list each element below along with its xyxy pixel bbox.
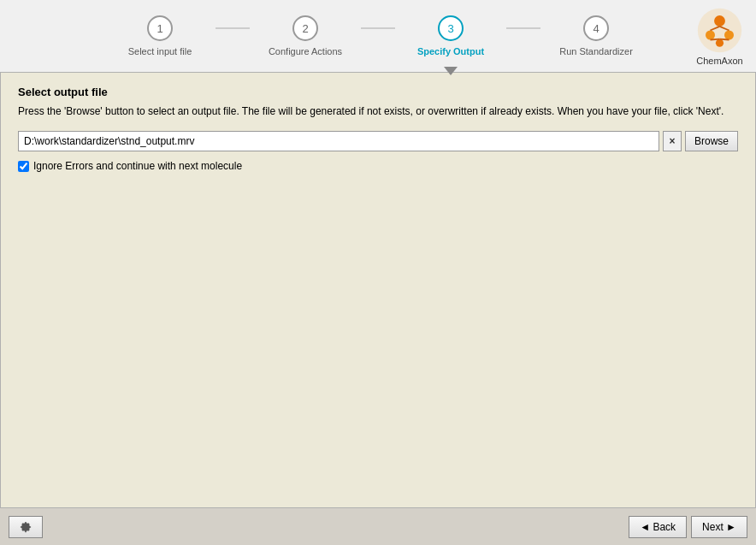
footer-left — [9, 516, 43, 538]
file-input-row: × Browse — [18, 131, 738, 151]
back-button[interactable]: ◄ Back — [629, 516, 687, 538]
ignore-errors-checkbox[interactable] — [18, 161, 29, 172]
step-3-circle: 3 — [438, 15, 464, 41]
ignore-errors-label[interactable]: Ignore Errors and continue with next mol… — [33, 160, 242, 172]
gear-icon — [20, 521, 32, 533]
svg-line-7 — [711, 39, 720, 40]
wizard-steps: 1 Select input file 2 Configure Actions … — [104, 15, 652, 56]
wizard-step-2[interactable]: 2 Configure Actions — [250, 15, 361, 56]
wizard-step-4[interactable]: 4 Run Standardizer — [540, 15, 652, 56]
checkbox-row: Ignore Errors and continue with next mol… — [18, 160, 738, 172]
footer-right: ◄ Back Next ► — [629, 516, 747, 538]
logo-area: ChemAxon — [696, 7, 743, 66]
chemaxon-logo-icon — [696, 7, 743, 54]
wizard-step-1[interactable]: 1 Select input file — [104, 15, 216, 56]
svg-point-2 — [706, 31, 715, 40]
step-1-circle: 1 — [147, 15, 173, 41]
file-path-input[interactable] — [18, 131, 659, 151]
settings-button[interactable] — [9, 516, 43, 538]
svg-line-8 — [720, 39, 729, 40]
step-3-label: Specify Output — [417, 46, 484, 56]
wizard-footer: ◄ Back Next ► — [0, 507, 756, 545]
section-title: Select output file — [18, 86, 738, 98]
step-4-label: Run Standardizer — [559, 46, 633, 56]
step-2-label: Configure Actions — [269, 46, 342, 56]
logo-text: ChemAxon — [696, 56, 742, 66]
step-4-circle: 4 — [583, 15, 609, 41]
section-description: Press the 'Browse' button to select an o… — [18, 104, 738, 119]
step-2-circle: 2 — [292, 15, 318, 41]
svg-point-1 — [714, 15, 725, 27]
step-connector-1 — [216, 27, 250, 29]
clear-button[interactable]: × — [663, 131, 682, 151]
browse-button[interactable]: Browse — [685, 131, 738, 151]
step-1-label: Select input file — [128, 46, 192, 56]
svg-point-4 — [716, 39, 724, 47]
step-connector-2 — [361, 27, 395, 29]
step-connector-3 — [506, 27, 540, 29]
wizard-header: 1 Select input file 2 Configure Actions … — [0, 0, 756, 73]
wizard-step-3[interactable]: 3 Specify Output — [395, 15, 506, 56]
next-button[interactable]: Next ► — [691, 516, 747, 538]
main-content: Select output file Press the 'Browse' bu… — [0, 73, 756, 507]
svg-point-3 — [724, 31, 734, 40]
